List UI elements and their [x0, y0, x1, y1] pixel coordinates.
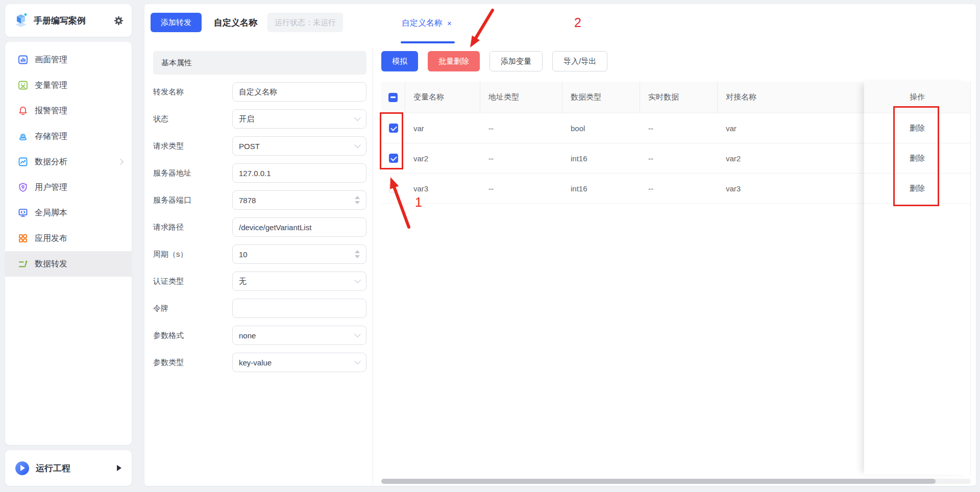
row-checkbox[interactable] — [389, 184, 398, 193]
cell-data-type: int16 — [562, 174, 640, 203]
field-label: 周期（s） — [153, 250, 232, 259]
sidebar-item-data-analysis[interactable]: 数据分析 — [5, 149, 132, 175]
cell-realtime-data: -- — [640, 143, 718, 173]
row-checkbox[interactable] — [389, 124, 398, 133]
sidebar-item-app-publish[interactable]: 应用发布 — [5, 226, 132, 251]
token-input[interactable] — [232, 299, 366, 318]
horizontal-scrollbar[interactable] — [381, 479, 971, 484]
param-type-select[interactable] — [232, 353, 366, 372]
tab-close-icon[interactable]: × — [447, 19, 452, 28]
form-row: 请求路径 — [153, 217, 366, 237]
request-type-select[interactable] — [232, 136, 366, 156]
sidebar-item-variable-management[interactable]: 变量管理 — [5, 72, 132, 98]
form-row: 转发名称 — [153, 82, 366, 102]
delete-row-link[interactable]: 删除 — [910, 184, 925, 193]
number-stepper-icon[interactable] — [355, 196, 360, 204]
sidebar-item-label: 存储管理 — [35, 131, 67, 142]
data-forward-icon — [18, 259, 28, 269]
import-export-button[interactable]: 导入/导出 — [552, 51, 607, 71]
alarm-management-icon — [18, 106, 28, 116]
param-format-select-value[interactable] — [239, 331, 351, 340]
form-row: 请求类型 — [153, 136, 366, 156]
settings-gear-icon[interactable] — [114, 16, 124, 26]
cell-data-type: int16 — [562, 143, 640, 173]
add-forward-button[interactable]: 添加转发 — [151, 13, 202, 32]
variable-table-pane: 自定义名称 × 2 模拟 批量删除 添加变量 导入/导出 变量名 — [373, 4, 976, 486]
cell-address-type: -- — [480, 143, 562, 173]
forward-name-input[interactable] — [232, 82, 366, 102]
cell-variable-name: var3 — [405, 174, 480, 203]
add-variable-button[interactable]: 添加变量 — [489, 51, 543, 71]
cell-address-type: -- — [480, 174, 562, 203]
sidebar-item-data-forward[interactable]: 数据转发 — [5, 251, 132, 277]
variable-management-icon — [18, 80, 28, 90]
run-project-button[interactable]: 运行工程 — [5, 450, 132, 486]
sidebar-item-user-management[interactable]: 用户管理 — [5, 175, 132, 200]
basic-properties-form: 基本属性 转发名称 状态 请求类型 — [153, 51, 366, 372]
request-path-input-field[interactable] — [239, 223, 360, 232]
server-address-input[interactable] — [232, 163, 366, 183]
column-header: 实时数据 — [640, 82, 718, 113]
field-label: 服务器地址 — [153, 168, 232, 178]
cell-variable-name: var2 — [405, 143, 480, 173]
operation-cell: 删除 — [864, 143, 970, 174]
user-management-icon — [18, 182, 28, 192]
sidebar-item-screen-management[interactable]: 画面管理 — [5, 47, 132, 72]
server-port-stepper[interactable] — [232, 190, 366, 210]
request-path-input[interactable] — [232, 217, 366, 237]
select-all-checkbox[interactable] — [388, 93, 398, 102]
form-row: 周期（s） — [153, 244, 366, 264]
sidebar-item-label: 数据转发 — [35, 259, 67, 269]
chevron-down-icon — [354, 277, 361, 283]
param-type-select-value[interactable] — [239, 358, 351, 367]
horizontal-scrollbar-thumb[interactable] — [381, 479, 936, 484]
sidebar-item-storage-management[interactable]: 存储管理 — [5, 124, 132, 149]
delete-row-link[interactable]: 删除 — [910, 154, 925, 163]
status-select-value[interactable] — [239, 115, 351, 124]
sidebar-item-alarm-management[interactable]: 报警管理 — [5, 98, 132, 124]
form-row: 服务器地址 — [153, 163, 366, 183]
auth-type-select[interactable] — [232, 272, 366, 291]
row-checkbox[interactable] — [389, 154, 398, 163]
server-address-input-field[interactable] — [239, 169, 360, 178]
period-stepper[interactable] — [232, 244, 366, 264]
sidebar-item-label: 变量管理 — [35, 80, 67, 91]
table-toolbar: 模拟 批量删除 添加变量 导入/导出 — [381, 51, 976, 71]
cell-address-type: -- — [480, 113, 562, 143]
operation-cell: 删除 — [864, 174, 970, 204]
active-tab-indicator — [401, 41, 455, 43]
operation-column: 操作 删除 删除 删除 — [864, 82, 970, 475]
global-script-icon — [18, 208, 28, 218]
column-header: 数据类型 — [562, 82, 640, 113]
sidebar-item-label: 应用发布 — [35, 233, 67, 244]
delete-row-link[interactable]: 删除 — [910, 124, 925, 133]
request-type-select-value[interactable] — [239, 142, 351, 151]
annotation-step-2: 2 — [574, 15, 581, 30]
main-panel: 添加转发 自定义名称 运行状态：未运行 基本属性 转发名称 状态 — [144, 4, 976, 486]
form-row: 服务器端口 — [153, 190, 366, 210]
sidebar-item-global-script[interactable]: 全局脚本 — [5, 200, 132, 226]
tab-bar: 自定义名称 × 2 — [373, 4, 976, 47]
cell-realtime-data: -- — [640, 174, 718, 203]
batch-delete-button[interactable]: 批量删除 — [428, 51, 480, 71]
tab-custom-name[interactable]: 自定义名称 × — [402, 18, 452, 29]
form-row: 参数格式 — [153, 326, 366, 345]
token-input-field[interactable] — [239, 304, 360, 313]
chevron-down-icon — [354, 331, 361, 337]
status-select[interactable] — [232, 109, 366, 129]
forward-name-title: 自定义名称 — [214, 17, 257, 29]
sidebar-item-label: 报警管理 — [35, 106, 67, 116]
column-header: 变量名称 — [405, 82, 480, 113]
auth-type-select-value[interactable] — [239, 277, 351, 286]
period-input-field[interactable] — [239, 250, 351, 259]
storage-management-icon — [18, 131, 28, 141]
column-header-operation: 操作 — [864, 82, 970, 113]
server-port-input-field[interactable] — [239, 196, 351, 205]
expand-right-icon[interactable] — [117, 465, 121, 471]
forward-name-input-field[interactable] — [239, 88, 360, 96]
number-stepper-icon[interactable] — [355, 250, 360, 258]
forward-config-pane: 添加转发 自定义名称 运行状态：未运行 基本属性 转发名称 状态 — [144, 4, 373, 486]
param-format-select[interactable] — [232, 326, 366, 345]
field-label: 令牌 — [153, 304, 232, 313]
simulate-button[interactable]: 模拟 — [381, 51, 418, 71]
